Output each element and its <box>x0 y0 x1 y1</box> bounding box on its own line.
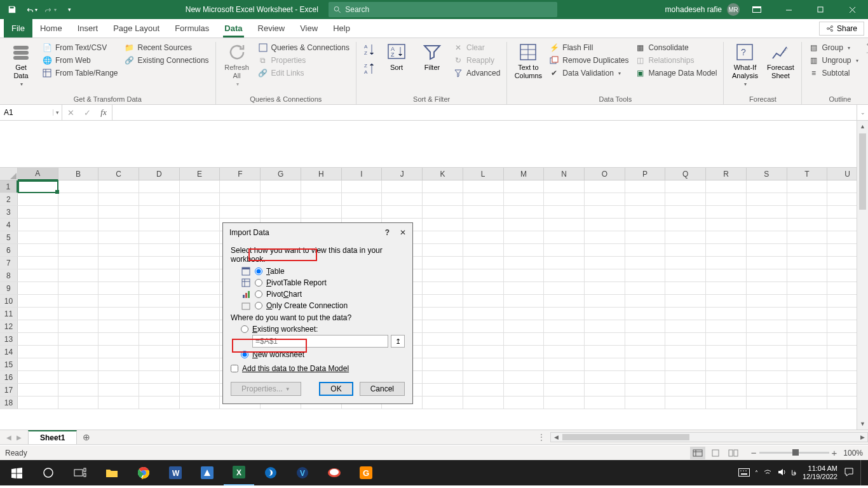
cell[interactable] <box>544 396 585 409</box>
cell[interactable] <box>747 219 787 231</box>
cell[interactable] <box>625 308 666 320</box>
maximize-button[interactable] <box>806 0 835 19</box>
cell[interactable] <box>463 308 504 320</box>
cell[interactable] <box>18 384 58 396</box>
cell[interactable] <box>625 219 666 231</box>
cell[interactable] <box>58 384 99 396</box>
cell[interactable] <box>544 358 585 370</box>
cell[interactable] <box>747 295 787 307</box>
cell[interactable] <box>504 257 545 269</box>
qat-customize-icon[interactable]: ▾ <box>61 1 78 18</box>
tab-file[interactable]: File <box>4 19 32 37</box>
cell[interactable] <box>625 206 666 218</box>
cell[interactable] <box>180 333 220 345</box>
cell[interactable] <box>180 371 220 383</box>
col-header[interactable]: M <box>504 168 545 180</box>
cell[interactable] <box>747 346 787 358</box>
sheet-nav-prev[interactable]: ◀ <box>6 434 11 441</box>
file-explorer-icon[interactable] <box>97 460 127 485</box>
cell[interactable] <box>747 333 787 345</box>
cell[interactable] <box>423 333 463 345</box>
cell[interactable] <box>747 320 787 332</box>
cell[interactable] <box>544 320 585 332</box>
cell[interactable] <box>180 358 220 370</box>
cell[interactable] <box>98 308 139 320</box>
user-avatar[interactable]: MR <box>727 3 740 16</box>
cell[interactable] <box>139 193 180 205</box>
col-header[interactable]: L <box>463 168 504 180</box>
col-header[interactable]: P <box>625 168 666 180</box>
cell[interactable] <box>747 269 787 281</box>
cell[interactable] <box>18 231 58 243</box>
cell[interactable] <box>261 193 301 205</box>
cell[interactable] <box>665 219 706 231</box>
cell[interactable] <box>423 358 463 370</box>
cell[interactable] <box>463 269 504 281</box>
cell[interactable] <box>585 333 625 345</box>
cell[interactable] <box>58 231 99 243</box>
cell[interactable] <box>706 244 747 256</box>
share-button[interactable]: Share <box>819 22 864 36</box>
radio-table[interactable] <box>255 268 262 275</box>
from-web[interactable]: 🌐From Web <box>41 55 119 66</box>
cell[interactable] <box>585 358 625 370</box>
cell[interactable] <box>463 320 504 332</box>
task-view-icon[interactable] <box>65 460 95 485</box>
reference-input[interactable] <box>252 335 388 348</box>
cell[interactable] <box>261 180 301 193</box>
row-header[interactable]: 9 <box>0 282 18 294</box>
row-header[interactable]: 10 <box>0 295 18 307</box>
cell[interactable] <box>98 257 139 269</box>
cell[interactable] <box>98 396 139 409</box>
cell[interactable] <box>18 346 58 358</box>
cell[interactable] <box>180 320 220 332</box>
cell[interactable] <box>58 295 99 307</box>
cell[interactable] <box>706 295 747 307</box>
cell[interactable] <box>58 244 99 256</box>
cell[interactable] <box>423 180 463 193</box>
advanced[interactable]: Advanced <box>452 67 501 79</box>
app-icon-5[interactable]: G <box>351 460 381 485</box>
cell[interactable] <box>544 384 585 396</box>
col-header[interactable]: O <box>585 168 625 180</box>
cell[interactable] <box>544 371 585 383</box>
col-header[interactable]: J <box>382 168 423 180</box>
cell[interactable] <box>544 257 585 269</box>
row-header[interactable]: 7 <box>0 257 18 269</box>
ungroup-rows[interactable]: ▥Ungroup▾ <box>807 55 859 66</box>
cell[interactable] <box>585 295 625 307</box>
tray-network-icon[interactable] <box>763 468 772 478</box>
cell[interactable] <box>463 358 504 370</box>
cell[interactable] <box>139 396 180 409</box>
col-header[interactable]: G <box>261 168 301 180</box>
cell[interactable] <box>220 193 261 205</box>
cell[interactable] <box>585 257 625 269</box>
cell[interactable] <box>665 384 706 396</box>
cell[interactable] <box>423 206 463 218</box>
cell[interactable] <box>139 269 180 281</box>
cell[interactable] <box>706 384 747 396</box>
cell[interactable] <box>463 193 504 205</box>
cell[interactable] <box>544 193 585 205</box>
dialog-cancel-button[interactable]: Cancel <box>360 382 405 396</box>
cell[interactable] <box>625 269 666 281</box>
cell[interactable] <box>98 333 139 345</box>
minimize-button[interactable] <box>774 0 803 19</box>
cell[interactable] <box>423 269 463 281</box>
row-header[interactable]: 2 <box>0 193 18 205</box>
cell[interactable] <box>585 346 625 358</box>
cell[interactable] <box>139 346 180 358</box>
cell[interactable] <box>58 219 99 231</box>
cell[interactable] <box>58 269 99 281</box>
cell[interactable] <box>139 320 180 332</box>
cell[interactable] <box>423 231 463 243</box>
cell[interactable] <box>180 244 220 256</box>
cell[interactable] <box>706 333 747 345</box>
undo-icon[interactable]: ▾ <box>23 1 39 18</box>
cell[interactable] <box>747 231 787 243</box>
col-header[interactable]: E <box>180 168 220 180</box>
cell[interactable] <box>139 231 180 243</box>
data-validation[interactable]: ✔Data Validation▾ <box>548 67 630 79</box>
page-break-view[interactable] <box>726 447 741 459</box>
cell[interactable] <box>625 371 666 383</box>
